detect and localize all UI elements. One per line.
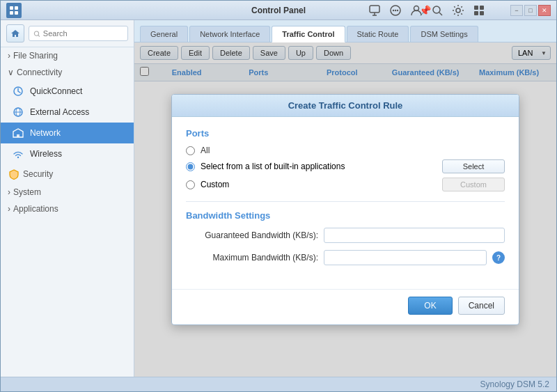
sidebar-group-file-sharing[interactable]: › File Sharing — [1, 47, 134, 64]
sidebar-group-label-security: Security — [23, 169, 53, 179]
chat-icon[interactable] — [388, 3, 403, 18]
search-input-wrap — [29, 26, 128, 41]
svg-rect-15 — [474, 6, 478, 10]
tab-network-interface[interactable]: Network Interface — [189, 26, 270, 42]
custom-btn-wrap: Custom — [442, 178, 505, 191]
cancel-button[interactable]: Cancel — [458, 297, 505, 315]
content-area: Create Edit Delete Save Up Down LAN — [134, 42, 556, 377]
guaranteed-label: Guaranteed Bandwidth (KB/s): — [186, 230, 318, 240]
svg-rect-17 — [474, 11, 478, 15]
svg-point-12 — [433, 6, 440, 13]
sidebar-item-label-quickconnect: QuickConnect — [30, 86, 82, 96]
sidebar-group-connectivity[interactable]: ∨ Connectivity — [1, 64, 134, 81]
svg-point-14 — [456, 8, 460, 13]
ports-section-title: Ports — [186, 128, 505, 139]
radio-all[interactable] — [186, 146, 195, 155]
sidebar-group-label-applications: Applications — [13, 204, 58, 214]
sidebar-group-applications[interactable]: › Applications — [1, 201, 134, 217]
select-btn-wrap: Select — [442, 159, 505, 173]
tab-bar: General Network Interface Traffic Contro… — [134, 20, 556, 42]
grid-icon[interactable] — [471, 3, 487, 18]
svg-line-13 — [439, 13, 442, 15]
radio-custom-label: Custom — [201, 180, 229, 189]
sidebar: › File Sharing ∨ Connectivity QuickConne… — [1, 20, 134, 377]
home-button[interactable] — [6, 24, 24, 42]
radio-builtin[interactable] — [186, 162, 195, 171]
select-button[interactable]: Select — [442, 159, 505, 173]
title-controls: − □ ✕ — [510, 5, 551, 16]
tab-general[interactable]: General — [140, 26, 188, 42]
dialog-title: Create Traffic Control Rule — [172, 95, 519, 117]
sidebar-item-external-access[interactable]: External Access — [1, 102, 134, 123]
user-icon[interactable] — [409, 3, 424, 18]
chevron-right-icon-system: › — [8, 187, 10, 197]
svg-rect-18 — [480, 11, 484, 15]
shield-icon — [8, 168, 20, 180]
chevron-right-icon: › — [8, 51, 10, 61]
title-bar-icons — [6, 3, 22, 18]
custom-button[interactable]: Custom — [442, 178, 505, 191]
svg-line-20 — [38, 35, 40, 36]
close-button[interactable]: ✕ — [538, 5, 551, 16]
network-icon — [12, 127, 24, 139]
svg-point-26 — [17, 157, 19, 158]
wireless-icon — [12, 148, 24, 160]
svg-point-19 — [34, 31, 38, 35]
radio-builtin-part: Select from a list of built-in applicati… — [186, 162, 437, 171]
settings-icon[interactable] — [450, 3, 466, 18]
svg-rect-4 — [370, 6, 379, 13]
ports-row-builtin: Select from a list of built-in applicati… — [186, 159, 505, 173]
sidebar-header — [1, 20, 134, 47]
minimize-button[interactable]: − — [510, 5, 523, 16]
search-icon[interactable] — [430, 3, 445, 18]
right-panel: General Network Interface Traffic Contro… — [134, 20, 556, 377]
tab-dsm-settings[interactable]: DSM Settings — [410, 26, 478, 42]
radio-all-label: All — [201, 146, 210, 155]
svg-point-8 — [393, 10, 394, 11]
ok-button[interactable]: OK — [408, 297, 452, 315]
sidebar-group-label-system: System — [13, 187, 41, 197]
tab-static-route[interactable]: Static Route — [347, 26, 409, 42]
title-bar: Control Panel 📌 − □ ✕ — [1, 1, 556, 20]
window-title: Control Panel — [251, 6, 306, 15]
version-text: Synology DSM 5.2 — [480, 379, 549, 389]
chevron-right-icon-apps: › — [8, 204, 10, 214]
radio-custom-part: Custom — [186, 180, 437, 189]
ports-row-custom: Custom Custom — [186, 178, 505, 191]
dialog-overlay: Create Traffic Control Rule Ports All — [134, 42, 556, 377]
sidebar-item-label-external-access: External Access — [30, 107, 89, 117]
svg-point-10 — [397, 10, 398, 11]
guaranteed-input[interactable] — [324, 228, 505, 243]
sidebar-item-wireless[interactable]: Wireless — [1, 143, 134, 164]
app-icon — [6, 3, 22, 18]
globe-icon — [12, 106, 24, 118]
svg-rect-2 — [10, 11, 13, 15]
sidebar-group-label-file-sharing: File Sharing — [13, 51, 58, 61]
maximize-button[interactable]: □ — [524, 5, 537, 16]
svg-rect-0 — [10, 6, 13, 10]
sidebar-item-label-network: Network — [30, 128, 61, 138]
sidebar-item-network[interactable]: Network — [1, 123, 134, 143]
sidebar-group-security[interactable]: Security — [1, 164, 134, 184]
radio-builtin-label: Select from a list of built-in applicati… — [201, 162, 345, 171]
maximum-bandwidth-row: Maximum Bandwidth (KB/s): ? — [186, 250, 505, 265]
bottom-bar: Synology DSM 5.2 — [1, 377, 556, 391]
sidebar-item-quickconnect[interactable]: QuickConnect — [1, 81, 134, 102]
tab-traffic-control[interactable]: Traffic Control — [272, 26, 345, 42]
maximum-input[interactable] — [324, 250, 487, 265]
maximum-label: Maximum Bandwidth (KB/s): — [186, 253, 318, 262]
dialog-create-traffic-rule: Create Traffic Control Rule Ports All — [171, 94, 519, 325]
svg-rect-3 — [15, 11, 18, 15]
svg-point-9 — [395, 10, 396, 11]
search-input[interactable] — [43, 29, 123, 38]
chevron-down-icon-connectivity: ∨ — [8, 68, 14, 77]
sidebar-group-label-connectivity: Connectivity — [17, 68, 62, 77]
radio-custom[interactable] — [186, 180, 195, 189]
sidebar-group-system[interactable]: › System — [1, 184, 134, 201]
bandwidth-section: Bandwidth Settings Guaranteed Bandwidth … — [186, 201, 505, 265]
svg-rect-1 — [15, 6, 18, 10]
quickconnect-icon — [12, 85, 24, 97]
notifications-icon[interactable] — [367, 3, 382, 18]
dialog-footer: OK Cancel — [172, 289, 519, 324]
help-icon[interactable]: ? — [492, 251, 505, 264]
